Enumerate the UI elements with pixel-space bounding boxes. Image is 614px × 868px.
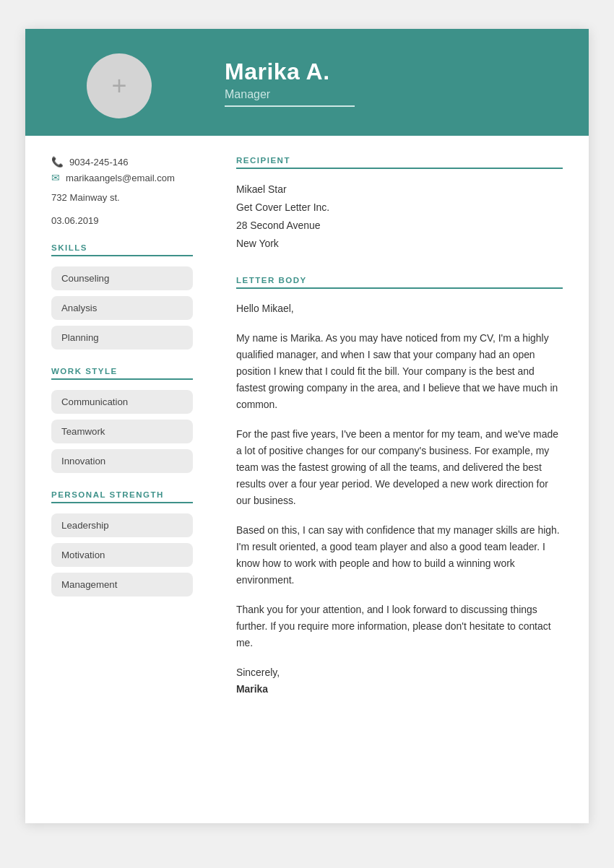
date-text: 03.06.2019 [51, 215, 99, 226]
email-item: ✉ marikaangels@email.com [51, 172, 193, 183]
candidate-title: Manager [225, 88, 355, 107]
style-teamwork: Teamwork [51, 420, 193, 443]
email-icon: ✉ [51, 172, 60, 183]
recipient-label: RECIPIENT [236, 156, 563, 169]
avatar[interactable]: + [87, 53, 152, 118]
letter-closing: Sincerely, Marika [236, 664, 563, 698]
letter-paragraph4: Thank you for your attention, and I look… [236, 602, 563, 651]
recipient-address: 28 Second Avenue [236, 217, 563, 235]
body: 📞 9034-245-146 ✉ marikaangels@email.com … [25, 136, 589, 823]
strength-management: Management [51, 573, 193, 596]
letter-paragraph3: Based on this, I can say with confidence… [236, 522, 563, 589]
address-block: 732 Mainway st. [51, 191, 193, 205]
header: + Marika A. Manager [25, 29, 589, 136]
recipient-company: Get Cover Letter Inc. [236, 199, 563, 217]
letter-paragraph1: My name is Marika. As you may have notic… [236, 330, 563, 413]
letter-body-label: LETTER BODY [236, 276, 563, 289]
email-address: marikaangels@email.com [66, 173, 175, 183]
add-photo-icon: + [111, 73, 126, 99]
header-right: Marika A. Manager [213, 58, 566, 107]
closing-text: Sincerely, [236, 664, 563, 681]
skill-planning: Planning [51, 326, 193, 350]
signature-text: Marika [236, 681, 563, 698]
phone-icon: 📞 [51, 156, 64, 168]
recipient-city: New York [236, 235, 563, 253]
letter-greeting: Hello Mikael, [236, 300, 563, 317]
address-text: 732 Mainway st. [51, 192, 120, 203]
strength-leadership: Leadership [51, 513, 193, 537]
letter-body-block: Hello Mikael, My name is Marika. As you … [236, 300, 563, 697]
letter-paragraph2: For the past five years, I've been a men… [236, 426, 563, 509]
strength-motivation: Motivation [51, 543, 193, 567]
skill-counseling: Counseling [51, 266, 193, 290]
work-style-label: WORK STYLE [51, 367, 193, 380]
personal-strength-list: Leadership Motivation Management [51, 513, 193, 596]
personal-strength-label: PERSONAL STRENGTH [51, 490, 193, 503]
right-column: RECIPIENT Mikael Star Get Cover Letter I… [213, 136, 589, 823]
left-column: 📞 9034-245-146 ✉ marikaangels@email.com … [25, 136, 213, 823]
candidate-name: Marika A. [225, 58, 566, 85]
work-style-list: Communication Teamwork Innovation [51, 390, 193, 473]
skills-list: Counseling Analysis Planning [51, 266, 193, 350]
contact-section: 📞 9034-245-146 ✉ marikaangels@email.com … [51, 156, 193, 226]
phone-item: 📞 9034-245-146 [51, 156, 193, 168]
header-left: + [25, 46, 213, 118]
date-block: 03.06.2019 [51, 215, 193, 226]
recipient-block: Mikael Star Get Cover Letter Inc. 28 Sec… [236, 181, 563, 253]
phone-number: 9034-245-146 [69, 157, 129, 168]
skills-label: SKILLS [51, 243, 193, 256]
style-communication: Communication [51, 390, 193, 414]
style-innovation: Innovation [51, 449, 193, 473]
resume-page: + Marika A. Manager 📞 9034-245-146 ✉ mar… [25, 29, 589, 823]
skill-analysis: Analysis [51, 296, 193, 320]
recipient-name: Mikael Star [236, 181, 563, 199]
